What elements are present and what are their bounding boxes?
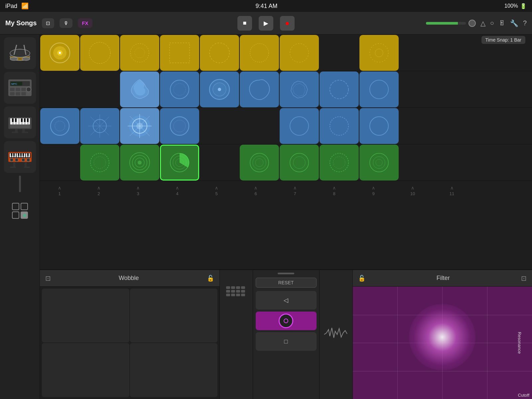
cell-2-9[interactable] [359, 71, 399, 107]
cell-2-4[interactable] [160, 71, 199, 107]
cell-3-11[interactable] [439, 108, 478, 144]
cell-4-2[interactable] [80, 145, 119, 181]
stop-square-button[interactable]: □ [256, 332, 317, 351]
vinyl-play-button[interactable] [256, 312, 317, 330]
cell-4-8[interactable] [320, 145, 359, 181]
cell-4-1[interactable] [40, 145, 79, 181]
col-10[interactable]: ∧ 10 [393, 185, 432, 196]
cell-vis-39 [366, 113, 392, 139]
sidebar-item-synth[interactable] [4, 141, 36, 173]
back-button[interactable]: ◁ [256, 291, 317, 310]
cell-4-4[interactable] [160, 145, 199, 181]
wobble-cell-2[interactable] [130, 289, 217, 342]
wobble-cell-1[interactable] [42, 289, 129, 342]
metronome-icon[interactable]: △ [480, 19, 485, 27]
fx-button[interactable]: FX [78, 18, 92, 28]
cell-2-1[interactable] [40, 71, 79, 107]
filter-xy-pad[interactable]: Cutoff Resonance [353, 287, 532, 399]
cell-3-2[interactable] [80, 108, 119, 144]
cell-3-9[interactable] [359, 108, 399, 144]
svg-rect-16 [16, 92, 20, 95]
svg-rect-130 [226, 290, 230, 293]
cell-vis-26 [246, 76, 273, 103]
reset-button[interactable]: RESET [256, 278, 317, 288]
cell-2-6[interactable] [240, 71, 279, 107]
svg-point-125 [376, 159, 382, 166]
sidebar-item-keyboard[interactable] [4, 106, 36, 138]
svg-rect-49 [11, 153, 12, 156]
svg-rect-136 [236, 294, 240, 296]
volume-knob[interactable] [468, 20, 476, 27]
cell-2-8[interactable] [320, 71, 359, 107]
col-1[interactable]: ∧ 1 [40, 185, 79, 196]
help-icon[interactable]: ? [523, 19, 527, 27]
svg-point-107 [90, 153, 109, 172]
svg-rect-17 [21, 92, 26, 95]
wobble-cell-4[interactable] [130, 343, 217, 397]
sidebar-item-drums[interactable] [4, 37, 36, 69]
cell-3-4[interactable] [160, 108, 199, 144]
cell-3-1[interactable] [40, 108, 79, 144]
record-button[interactable]: ● [280, 16, 295, 31]
cell-4-11[interactable] [439, 145, 478, 181]
mic-button[interactable]: 🎙 [60, 18, 72, 28]
cell-3-7[interactable] [280, 108, 319, 144]
my-songs-title[interactable]: My Songs [5, 19, 37, 27]
cell-4-5[interactable] [200, 145, 239, 181]
cell-2-10[interactable] [399, 71, 439, 107]
mixer-icon[interactable]: 🎚 [499, 19, 505, 27]
sidebar-item-grid[interactable] [4, 195, 36, 227]
cell-1-11[interactable] [439, 35, 478, 71]
cell-4-6[interactable] [240, 145, 279, 181]
col-5[interactable]: ∧ 5 [197, 185, 236, 196]
wobble-lock-icon[interactable]: 🔓 [207, 275, 214, 282]
sidebar-resize-handle[interactable] [19, 176, 21, 192]
sidebar-item-sampler[interactable]: MPC [4, 72, 36, 104]
cell-2-2[interactable] [80, 71, 119, 107]
filter-lock-icon[interactable]: 🔓 [358, 275, 365, 282]
cell-1-2[interactable] [80, 35, 119, 71]
cell-4-7[interactable] [280, 145, 319, 181]
cell-1-5[interactable] [200, 35, 239, 71]
cell-2-7[interactable] [280, 71, 319, 107]
cell-1-1[interactable] [40, 35, 79, 71]
cell-2-5[interactable] [200, 71, 239, 107]
cell-3-10[interactable] [399, 108, 439, 144]
cell-1-10[interactable] [399, 35, 439, 71]
volume-control[interactable] [426, 20, 476, 27]
wobble-nav-icon[interactable]: ⊡ [45, 274, 51, 282]
settings-icon[interactable]: 🔧 [510, 19, 518, 27]
col-8[interactable]: ∧ 8 [315, 185, 354, 196]
cell-1-6[interactable] [240, 35, 279, 71]
loop-icon[interactable]: ○ [490, 19, 494, 27]
cell-2-3[interactable] [120, 71, 159, 107]
stop-button[interactable]: ■ [237, 16, 252, 31]
cell-1-7[interactable] [280, 35, 319, 71]
svg-rect-135 [231, 294, 235, 296]
cell-3-6[interactable] [240, 108, 279, 144]
cell-1-8[interactable] [320, 35, 359, 71]
cell-4-3[interactable] [120, 145, 159, 181]
layout-toggle-button[interactable]: ⊡ [42, 18, 54, 28]
cell-3-3[interactable] [120, 108, 159, 144]
cell-4-10[interactable] [399, 145, 439, 181]
cell-4-9[interactable] [359, 145, 399, 181]
play-button[interactable]: ▶ [259, 16, 273, 31]
filter-section: 🔓 Filter ⊡ Cutoff Re [353, 270, 532, 399]
cell-1-9[interactable] [359, 35, 399, 71]
col-9[interactable]: ∧ 9 [354, 185, 393, 196]
wobble-cell-3[interactable] [42, 343, 129, 397]
filter-nav-icon[interactable]: ⊡ [521, 274, 527, 282]
cell-3-5[interactable] [200, 108, 239, 144]
cell-3-8[interactable] [320, 108, 359, 144]
cell-2-11[interactable] [439, 71, 478, 107]
cell-1-4[interactable] [160, 35, 199, 71]
svg-text:MPC: MPC [11, 82, 17, 85]
col-7[interactable]: ∧ 7 [275, 185, 315, 196]
col-4[interactable]: ∧ 4 [158, 185, 197, 196]
col-11[interactable]: ∧ 11 [432, 185, 471, 196]
col-2[interactable]: ∧ 2 [79, 185, 118, 196]
col-3[interactable]: ∧ 3 [118, 185, 158, 196]
col-6[interactable]: ∧ 6 [236, 185, 275, 196]
cell-1-3[interactable] [120, 35, 159, 71]
